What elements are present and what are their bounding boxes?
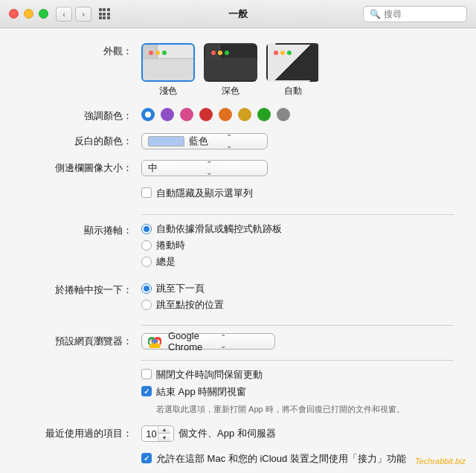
forward-button[interactable]: › — [75, 7, 91, 22]
default-browser-value: Google Chrome — [168, 330, 217, 353]
close-windows-checkbox-row: 結束 App 時關閉視窗 — [141, 385, 454, 399]
click-position-label: 跳至點按的位置 — [156, 298, 224, 312]
titlebar: ‹ › 一般 🔍 — [0, 0, 476, 28]
recent-items-control: 10 ▲ ▼ 個文件、App 和伺服器 — [141, 425, 454, 442]
accent-orange[interactable] — [219, 108, 232, 121]
accent-color-control — [141, 108, 454, 121]
accent-gray[interactable] — [277, 108, 290, 121]
search-input[interactable] — [384, 9, 460, 19]
scrollbars-always-row: 總是 — [141, 255, 454, 268]
close-doc-row: 關閉文件時詢問保留更動 結束 App 時關閉視窗 若選取此選項，重新打開 App… — [22, 368, 454, 415]
recent-items-count: 10 — [145, 428, 158, 440]
scrollbars-scroll-label: 捲動時 — [156, 239, 185, 252]
auto-hide-control: 自動隱藏及顯示選單列 — [141, 187, 454, 204]
search-box[interactable]: 🔍 — [363, 6, 467, 22]
highlight-color-select[interactable]: 藍色 ⌃⌄ — [141, 133, 268, 149]
accent-color-label: 強調顏色： — [22, 108, 141, 123]
recent-items-stepper[interactable]: ▲ ▼ — [158, 426, 170, 441]
highlight-color-chevron: ⌃⌄ — [226, 133, 261, 149]
separator-3 — [141, 360, 454, 361]
accent-purple[interactable] — [161, 108, 174, 121]
click-next-label: 跳至下一頁 — [156, 282, 205, 295]
highlight-color-control: 藍色 ⌃⌄ — [141, 133, 454, 149]
accent-yellow[interactable] — [238, 108, 251, 121]
watermark: Techrabbit.biz — [415, 457, 466, 466]
appearance-light-thumb — [141, 43, 195, 82]
close-doc-control: 關閉文件時詢問保留更動 結束 App 時關閉視窗 若選取此選項，重新打開 App… — [141, 368, 454, 415]
click-position-row: 跳至點按的位置 — [141, 298, 454, 312]
appearance-light-label: 淺色 — [159, 85, 177, 97]
sidebar-size-label: 側邊欄圖像大小： — [22, 160, 141, 175]
traffic-lights — [9, 9, 48, 19]
accent-red[interactable] — [199, 108, 213, 121]
auto-hide-checkbox[interactable] — [141, 187, 152, 198]
separator-2 — [141, 325, 454, 326]
minimize-button[interactable] — [24, 9, 33, 19]
recent-items-stepper-group: 10 ▲ ▼ 個文件、App 和伺服器 — [141, 425, 454, 442]
auto-hide-checkbox-label: 自動隱藏及顯示選單列 — [156, 187, 253, 200]
highlight-color-row: 反白的顏色： 藍色 ⌃⌄ — [22, 133, 454, 149]
svg-point-3 — [153, 340, 156, 343]
close-doc-checkbox[interactable] — [141, 369, 152, 379]
search-icon: 🔍 — [370, 9, 381, 19]
handoff-checkbox-row: 允許在這部 Mac 和您的 iCloud 裝置之間使用「接力」功能 — [141, 452, 454, 466]
accent-pink[interactable] — [180, 108, 193, 121]
scrollbars-auto-radio[interactable] — [141, 224, 152, 234]
click-scrollbar-row: 於捲軸中按一下： 跳至下一頁 跳至點按的位置 — [22, 282, 454, 315]
scrollbars-always-label: 總是 — [156, 255, 176, 268]
nav-buttons: ‹ › — [56, 7, 91, 22]
auto-hide-checkbox-row: 自動隱藏及顯示選單列 — [141, 187, 454, 200]
handoff-label-empty — [22, 452, 141, 454]
scrollbars-always-radio[interactable] — [141, 257, 152, 267]
chrome-icon — [148, 335, 161, 348]
grid-button[interactable] — [96, 7, 112, 22]
handoff-checkbox[interactable] — [141, 453, 152, 463]
appearance-control: 淺色 深色 — [141, 43, 454, 97]
recent-items-label: 最近使用過的項目： — [22, 425, 141, 440]
scrollbars-label: 顯示捲軸： — [22, 222, 141, 237]
accent-green[interactable] — [257, 108, 271, 121]
close-doc-checkbox-row: 關閉文件時詢問保留更動 — [141, 368, 454, 382]
accent-colors — [141, 108, 454, 121]
thumb-dots-light — [149, 51, 167, 55]
highlight-color-label: 反白的顏色： — [22, 133, 141, 148]
sidebar-size-control: 中 ⌃⌄ — [141, 160, 454, 176]
scrollbars-control: 自動依據滑鼠或觸控式軌跡板 捲動時 總是 — [141, 222, 454, 271]
back-button[interactable]: ‹ — [56, 7, 72, 22]
close-doc-checkbox-label: 關閉文件時詢問保留更動 — [156, 368, 263, 382]
close-button[interactable] — [9, 9, 19, 19]
close-windows-checkbox[interactable] — [141, 386, 152, 396]
auto-hide-label-empty — [22, 187, 141, 188]
thumb-dots-auto — [274, 51, 292, 55]
scrollbars-scroll-radio[interactable] — [141, 240, 152, 251]
close-doc-label-empty — [22, 368, 141, 370]
auto-hide-row: 自動隱藏及顯示選單列 — [22, 187, 454, 204]
scrollbars-auto-row: 自動依據滑鼠或觸控式軌跡板 — [141, 222, 454, 236]
thumb-dots-dark — [211, 51, 229, 55]
close-windows-note: 若選取此選項，重新打開 App 時，將不會回復已打開的文件和視窗。 — [156, 404, 454, 415]
appearance-row: 外觀： 淺色 — [22, 43, 454, 97]
sidebar-size-select[interactable]: 中 ⌃⌄ — [141, 160, 268, 176]
click-position-radio[interactable] — [141, 300, 152, 310]
stepper-up[interactable]: ▲ — [158, 426, 170, 434]
sidebar-size-row: 側邊欄圖像大小： 中 ⌃⌄ — [22, 160, 454, 176]
maximize-button[interactable] — [39, 9, 48, 19]
appearance-auto[interactable]: 自動 — [266, 43, 320, 97]
accent-blue[interactable] — [141, 108, 155, 121]
stepper-down[interactable]: ▼ — [158, 434, 170, 441]
grid-icon — [99, 8, 110, 19]
sidebar-size-chevron: ⌃⌄ — [206, 160, 261, 176]
appearance-light[interactable]: 淺色 — [141, 43, 195, 97]
click-next-radio[interactable] — [141, 283, 152, 294]
separator-1 — [141, 214, 454, 215]
scrollbars-row: 顯示捲軸： 自動依據滑鼠或觸控式軌跡板 捲動時 總是 — [22, 222, 454, 271]
appearance-dark-label: 深色 — [222, 85, 239, 97]
highlight-color-value: 藍色 — [189, 135, 224, 148]
preferences-content: 外觀： 淺色 — [0, 28, 476, 473]
default-browser-select[interactable]: Google Chrome ⌃⌄ — [141, 333, 275, 350]
default-browser-control: Google Chrome ⌃⌄ — [141, 333, 454, 350]
scrollbars-scroll-row: 捲動時 — [141, 239, 454, 252]
recent-items-suffix: 個文件、App 和伺服器 — [178, 427, 276, 440]
appearance-dark[interactable]: 深色 — [204, 43, 257, 97]
appearance-options: 淺色 深色 — [141, 43, 454, 97]
